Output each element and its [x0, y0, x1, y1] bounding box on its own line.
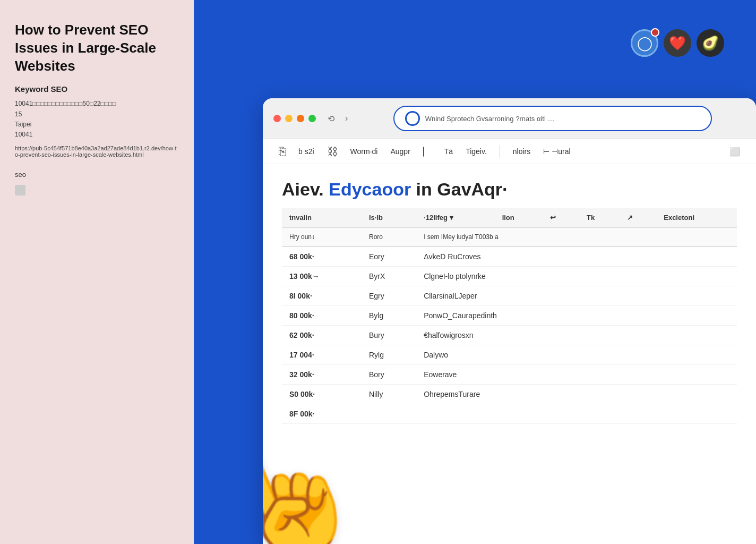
- forward-button[interactable]: ›: [342, 113, 351, 124]
- cell-val-2: ByrX: [362, 267, 416, 286]
- toolbar-more-icon[interactable]: ⬜: [729, 147, 740, 157]
- cell-val-1: 62 00k·: [282, 326, 362, 345]
- cell-val-1: 80 00k·: [282, 306, 362, 326]
- cell-val-2: Eory: [362, 246, 416, 267]
- headline-blue: Edycaoor: [329, 179, 411, 199]
- subhdr-2: Roro: [362, 227, 416, 246]
- cell-val-2: Egry: [362, 286, 416, 306]
- table-row: 17 004· Rylg Dalywo: [282, 345, 737, 365]
- avocado-icon: 🥑: [702, 35, 719, 52]
- col-header-5: ↩: [543, 208, 579, 227]
- cell-val-3: €halfowigrosxn: [416, 326, 737, 345]
- subhdr-1: Hry oun↕: [282, 227, 362, 246]
- extension-icon-2[interactable]: ❤️: [664, 29, 691, 57]
- cell-val-1: 8F 00k·: [282, 404, 362, 424]
- cell-val-3: ΔvkeD RuCroves: [416, 246, 737, 267]
- close-button[interactable]: [273, 115, 281, 122]
- cell-val-1: S0 00k·: [282, 385, 362, 404]
- omnibox[interactable]: Wnind Sprotech Gvsarroning ?rnats αitl …: [393, 106, 712, 131]
- toolbar-icon-1: ⎘: [279, 144, 286, 158]
- back-button[interactable]: ⟲: [324, 113, 338, 125]
- headline-part1: Aiev.: [282, 179, 324, 199]
- article-category: Keyword SEO: [15, 84, 179, 94]
- extension-icon-3[interactable]: 🥑: [697, 29, 724, 57]
- table-row: 62 00k· Bury €halfowigrosxn: [282, 326, 737, 345]
- browser-toolbar: ⟲ › Wnind Sprotech Gvsarroning ?rnats αi…: [263, 98, 756, 139]
- cell-val-2: Bylg: [362, 306, 416, 326]
- cell-val-3: Eowerave: [416, 365, 737, 385]
- article-url: https://pub-5c454f571b8e40a3a2ad27ade84d…: [15, 145, 179, 158]
- col-header-6: Tk: [579, 208, 620, 227]
- extension-icon-1[interactable]: ◯: [631, 29, 658, 57]
- cell-val-2: Rylg: [362, 345, 416, 365]
- article-tag: seo: [15, 171, 179, 178]
- cell-val-1: 17 004·: [282, 345, 362, 365]
- cell-val-1: 8I 00k·: [282, 286, 362, 306]
- toolbar-label-worm[interactable]: Worm·di: [350, 147, 378, 156]
- meta-id: 10041□□□□□□□□□□□□□50□22□□□□: [15, 100, 116, 107]
- col-header-4: lion: [495, 208, 543, 227]
- cell-val-1: 32 00k·: [282, 365, 362, 385]
- page-headline: Aiev. Edycaoor in GavAqr·: [282, 179, 737, 200]
- table-row: 13 00k→ ByrX ClgneI-lo ptolynrke: [282, 267, 737, 286]
- page-content: Aiev. Edycaoor in GavAqr· tnvalin ls·Ib …: [263, 164, 756, 439]
- toolbar-label-ural[interactable]: ⊢ ⊣ural: [543, 147, 570, 156]
- col-header-7: ↗: [620, 208, 656, 227]
- meta-count: 15: [15, 110, 22, 118]
- secondary-toolbar: ⎘ b s2i ⛓ Worm·di Augpr ⎸ Tā Tigeiv. nlo…: [263, 139, 756, 164]
- cell-val-1: 13 00k→: [282, 267, 362, 286]
- cell-val-2: Nilly: [362, 385, 416, 404]
- omni-text: Wnind Sprotech Gvsarroning ?rnats αitl …: [425, 115, 555, 123]
- toolbar-separator-icon: ⎸: [423, 146, 432, 157]
- minimize-button[interactable]: [285, 115, 293, 122]
- cell-val-3: OhrepemsTurare: [416, 385, 737, 404]
- tag-icon: [15, 185, 25, 196]
- toolbar-label-nloirs[interactable]: nloirs: [513, 147, 530, 156]
- cell-val-3: ClgneI-lo ptolynrke: [416, 267, 737, 286]
- browser-window: ⟲ › Wnind Sprotech Gvsarroning ?rnats αi…: [263, 98, 756, 544]
- headline-in: in: [416, 179, 432, 199]
- col-header-8: Excietoni: [656, 208, 737, 227]
- table-header-row: tnvalin ls·Ib ·12lifeg ▾ lion ↩ Tk ↗ Exc…: [282, 208, 737, 227]
- cell-val-3: PonwO_Caurapedinth: [416, 306, 737, 326]
- table-row: 68 00k· Eory ΔvkeD RuCroves: [282, 246, 737, 267]
- toolbar-label-tigeiv[interactable]: Tigeiv.: [466, 147, 487, 156]
- table-subheader-row: Hry oun↕ Roro I sem IMey iudyal T003b a: [282, 227, 737, 246]
- omni-icon: [405, 111, 420, 126]
- toolbar-label-augpr[interactable]: Augpr: [390, 147, 410, 156]
- sidebar: How to Prevent SEO Issues in Large-Scale…: [0, 0, 194, 544]
- col-header-3: ·12lifeg ▾: [416, 208, 495, 227]
- table-row: 8F 00k·: [282, 404, 737, 424]
- data-table: tnvalin ls·Ib ·12lifeg ▾ lion ↩ Tk ↗ Exc…: [282, 208, 737, 424]
- traffic-lights: [273, 115, 316, 122]
- browser-extension-icons: ◯ ❤️ 🥑: [631, 29, 724, 57]
- table-row: 80 00k· Bylg PonwO_Caurapedinth: [282, 306, 737, 326]
- sidebar-meta: 10041□□□□□□□□□□□□□50□22□□□□ 15 Taipei 10…: [15, 99, 179, 140]
- cell-val-3: CllarsinalLJeper: [416, 286, 737, 306]
- toolbar-label-1[interactable]: b s2i: [298, 147, 314, 156]
- main-area: ◯ ❤️ 🥑 ⟲ › Wnind Spro: [194, 0, 756, 544]
- cell-val-2: Bury: [362, 326, 416, 345]
- toolbar-label-ta[interactable]: Tā: [444, 147, 453, 156]
- meta-zip: 10041: [15, 131, 32, 138]
- cell-val-1: 68 00k·: [282, 246, 362, 267]
- toolbar-icon-2: ⛓: [327, 146, 338, 158]
- circle-icon: ◯: [637, 35, 652, 52]
- notification-dot: [651, 28, 659, 37]
- headline-end: GavAqr·: [437, 179, 507, 199]
- col-header-2: ls·Ib: [362, 208, 416, 227]
- cell-val-2: [362, 404, 416, 424]
- maximize-button[interactable]: [308, 115, 316, 122]
- toolbar-divider: [500, 145, 500, 158]
- table-row: 32 00k· Bory Eowerave: [282, 365, 737, 385]
- table-row: S0 00k· Nilly OhrepemsTurare: [282, 385, 737, 404]
- col-header-1: tnvalin: [282, 208, 362, 227]
- browser-navigation: ⟲ ›: [324, 113, 351, 125]
- table-row: 8I 00k· Egry CllarsinalLJeper: [282, 286, 737, 306]
- fullscreen-button[interactable]: [297, 115, 304, 122]
- cell-val-3: [416, 404, 737, 424]
- heart-icon: ❤️: [669, 35, 686, 52]
- meta-city: Taipei: [15, 121, 31, 128]
- cell-val-3: Dalywo: [416, 345, 737, 365]
- subhdr-3: I sem IMey iudyal T003b a: [416, 227, 737, 246]
